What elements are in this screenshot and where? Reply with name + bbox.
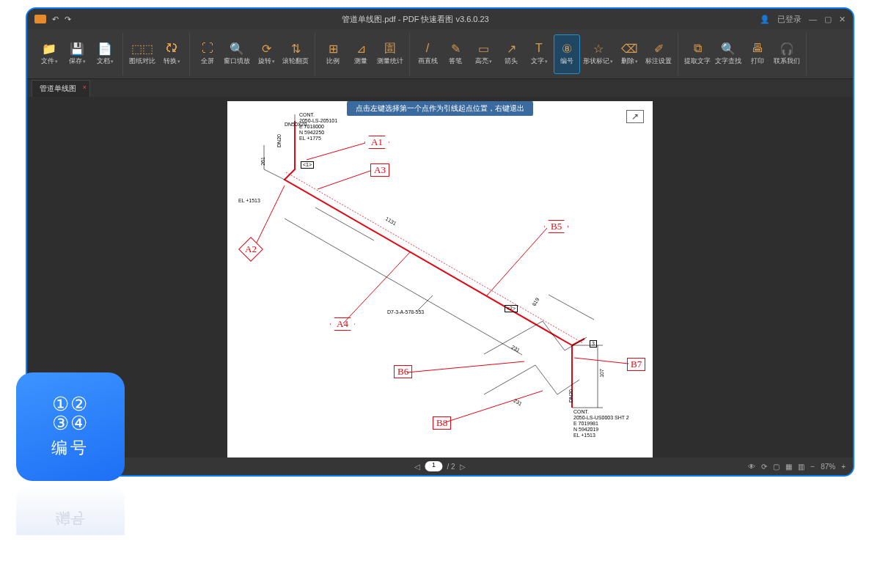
page-total: / 2 [447, 463, 455, 471]
maximize-button[interactable]: ▢ [824, 15, 832, 24]
svg-line-8 [307, 143, 365, 160]
ribbon-删除[interactable]: ⌫删除 [616, 34, 642, 74]
转换-icon: 🗘 [165, 42, 178, 55]
pipe-size-dn50: DN50X20 [285, 122, 307, 128]
ribbon-滚轮翻页[interactable]: ⇅滚轮翻页 [281, 34, 310, 74]
ribbon-答笔[interactable]: ✎答笔 [442, 34, 469, 74]
ribbon-箭头[interactable]: ↗箭头 [498, 34, 524, 74]
minimize-button[interactable]: — [809, 15, 817, 23]
ribbon-提取文字[interactable]: ⧉提取文字 [683, 34, 712, 74]
ribbon-旋转[interactable]: ⟳旋转 [253, 34, 279, 74]
旋转-icon: ⟳ [260, 42, 273, 55]
node-3: 3 [590, 340, 597, 348]
比例-icon: ⊞ [326, 42, 340, 55]
tab-close-icon[interactable]: × [83, 84, 87, 91]
svg-line-16 [418, 295, 433, 310]
pipe-dn20-bot: DN20 [568, 389, 574, 403]
ribbon-文字查找[interactable]: 🔍文字查找 [714, 34, 743, 74]
svg-line-7 [549, 295, 594, 320]
page-prev-button[interactable]: ◁ [414, 463, 420, 471]
view-double-icon[interactable]: ▥ [798, 463, 804, 471]
node-2: <2> [505, 305, 518, 312]
ribbon-标注设置[interactable]: ✐标注设置 [644, 34, 673, 74]
ribbon-转换[interactable]: 🗘转换 [158, 34, 185, 74]
view-rotate-icon[interactable]: ⟳ [761, 463, 767, 471]
ribbon-联系我们[interactable]: 🎧联系我们 [772, 34, 802, 74]
ribbon-测量[interactable]: ⊿测量 [348, 34, 374, 74]
ribbon-编号[interactable]: ⑧编号 [554, 34, 580, 74]
document-page[interactable]: ↗ [227, 101, 653, 460]
ribbon-形状标记[interactable]: ☆形状标记 [582, 34, 615, 74]
高亮-icon: ▭ [477, 42, 490, 55]
annotation-b6[interactable]: B6 [394, 365, 412, 378]
annotation-a1[interactable]: A1 [364, 136, 389, 149]
ribbon-文档[interactable]: 📄文档 [92, 34, 118, 74]
ribbon-窗口填放[interactable]: 🔍窗口填放 [222, 34, 252, 74]
ribbon-toolbar: 📁文件💾保存📄文档⬚⬚图纸对比🗘转换⛶全屏🔍窗口填放⟳旋转⇅滚轮翻页⊞比例⊿测量… [27, 29, 853, 79]
tab-label: 管道单线图 [40, 84, 76, 92]
zoom-out-button[interactable]: − [810, 463, 815, 471]
测量统计-icon: 圁 [384, 42, 397, 55]
annotation-b7[interactable]: B7 [627, 358, 645, 371]
ribbon-画直线[interactable]: /画直线 [414, 34, 441, 74]
答笔-icon: ✎ [449, 42, 462, 55]
画直线-icon: / [421, 42, 434, 55]
文字-icon: T [532, 42, 546, 55]
titlebar: ↶ ↷ 管道单线图.pdf - PDF 快速看图 v3.6.0.23 👤 已登录… [27, 9, 853, 29]
文档-icon: 📄 [98, 42, 111, 55]
window-title: 管道单线图.pdf - PDF 快速看图 v3.6.0.23 [71, 14, 760, 25]
zoom-level: 87% [821, 463, 835, 471]
document-tab[interactable]: 管道单线图 × [32, 80, 90, 97]
ribbon-打印[interactable]: 🖶打印 [744, 34, 771, 74]
dim-261: 261 [260, 157, 266, 166]
user-icon[interactable]: 👤 [760, 15, 770, 24]
undo-button[interactable]: ↶ [52, 15, 59, 24]
编号-icon: ⑧ [560, 42, 573, 55]
annotation-b8[interactable]: B8 [433, 416, 451, 430]
svg-line-9 [318, 171, 370, 189]
svg-line-10 [257, 185, 285, 243]
ribbon-高亮[interactable]: ▭高亮 [470, 34, 496, 74]
view-single-icon[interactable]: ▦ [785, 463, 792, 471]
打印-icon: 🖶 [751, 42, 764, 55]
svg-line-6 [285, 218, 522, 355]
elevation-label: EL +1513 [238, 198, 260, 204]
workspace: 点击左键选择第一个点作为引线起点位置，右键退出 ↗ [27, 97, 853, 457]
numbering-feature-icon: ①② ③④ 编号 [16, 372, 125, 481]
svg-line-13 [407, 361, 524, 372]
形状标记-icon: ☆ [592, 42, 605, 55]
ribbon-比例[interactable]: ⊞比例 [320, 34, 346, 74]
dim-107: 107 [599, 369, 605, 378]
numbering-icon-reflection: 编号 [16, 484, 125, 535]
svg-line-12 [487, 228, 547, 295]
instruction-hint: 点击左键选择第一个点作为引线起点位置，右键退出 [347, 101, 533, 116]
ribbon-文字[interactable]: T文字 [526, 34, 552, 74]
annotation-b5[interactable]: B5 [544, 220, 568, 233]
tag-label: D7-3-A-578-553 [387, 309, 424, 315]
ribbon-文件[interactable]: 📁文件 [36, 34, 62, 74]
ribbon-保存[interactable]: 💾保存 [64, 34, 90, 74]
svg-line-0 [286, 172, 583, 343]
zoom-in-button[interactable]: + [841, 463, 846, 471]
ribbon-测量统计[interactable]: 圁测量统计 [375, 34, 405, 74]
login-status: 已登录 [777, 14, 802, 25]
测量-icon: ⊿ [354, 42, 367, 55]
svg-line-15 [445, 391, 543, 422]
annotation-a3[interactable]: A3 [370, 163, 389, 177]
窗口填放-icon: 🔍 [230, 42, 243, 55]
continuation-note-2: CONT. 2050-LS-US0003 SHT 2 E 7019981 N 5… [573, 409, 629, 438]
view-fit-icon[interactable]: ▢ [773, 463, 780, 471]
node-1: <1> [301, 161, 314, 169]
联系我们-icon: 🎧 [780, 42, 793, 55]
ribbon-全屏[interactable]: ⛶全屏 [194, 34, 221, 74]
redo-button[interactable]: ↷ [65, 15, 71, 24]
ribbon-图纸对比[interactable]: ⬚⬚图纸对比 [128, 34, 157, 74]
close-button[interactable]: ✕ [839, 15, 846, 24]
page-next-button[interactable]: ▷ [460, 463, 466, 471]
page-number-input[interactable]: 1 [425, 461, 442, 471]
view-eye-icon[interactable]: 👁 [748, 463, 755, 471]
annotation-a4[interactable]: A4 [330, 317, 355, 331]
图纸对比-icon: ⬚⬚ [136, 42, 149, 55]
标注设置-icon: ✐ [652, 42, 665, 55]
app-window: ↶ ↷ 管道单线图.pdf - PDF 快速看图 v3.6.0.23 👤 已登录… [26, 7, 854, 477]
